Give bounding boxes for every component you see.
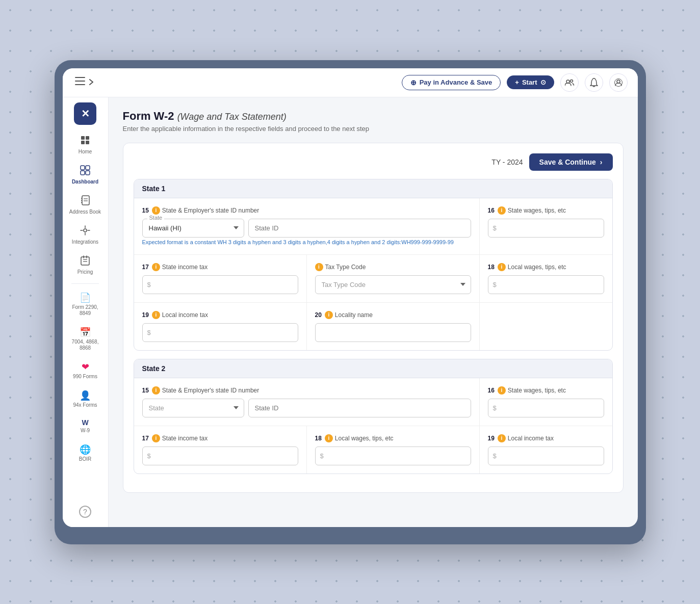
address-book-icon (81, 195, 90, 208)
field18-label-text: Local wages, tips, etc (508, 264, 566, 271)
save-continue-button[interactable]: Save & Continue › (529, 153, 613, 171)
boir-icon: 🌐 (80, 444, 91, 455)
state2-field15-info-icon[interactable]: i (152, 386, 160, 395)
field15-num: 15 (142, 207, 149, 214)
sidebar-item-boir[interactable]: 🌐 BOIR (65, 440, 105, 466)
field15-label: 15 i State & Employer's state ID number (142, 206, 471, 215)
state1-tax-type-select[interactable]: Tax Type Code (315, 275, 471, 294)
svg-rect-9 (81, 141, 85, 144)
start-button[interactable]: + Start ⊙ (507, 75, 554, 89)
svg-rect-15 (82, 196, 89, 205)
state-dropdown-label: State (147, 215, 165, 221)
svg-rect-14 (86, 171, 90, 175)
home-label: Home (79, 149, 92, 155)
sidebar-item-form990[interactable]: ❤ 990 Forms (65, 357, 105, 384)
chevron-right-icon: › (600, 158, 603, 166)
field19-info-icon[interactable]: i (152, 311, 160, 319)
state2-field16-info-icon[interactable]: i (498, 386, 506, 395)
form2290-label: Form 2290, 8849 (68, 304, 102, 317)
field20-label-text: Locality name (335, 311, 373, 319)
svg-point-21 (84, 229, 87, 232)
field18-label: 18 i Local wages, tips, etc (488, 263, 604, 271)
tax-type-info-icon[interactable]: i (315, 263, 323, 271)
svg-point-4 (570, 80, 573, 82)
state2-field18-info-icon[interactable]: i (325, 434, 333, 442)
field15-info-icon[interactable]: i (152, 206, 160, 215)
state2-section: State 2 15 i State & Employer's state ID… (134, 359, 613, 474)
state2-field17-info-icon[interactable]: i (152, 434, 160, 442)
field20-label: 20 i Locality name (315, 311, 471, 319)
state1-local-income-tax-input[interactable] (142, 323, 298, 342)
app-header: ⊕ Pay in Advance & Save + Start ⊙ (63, 68, 638, 97)
plus-circle-icon: ⊕ (410, 78, 417, 87)
field17-label-text: State income tax (162, 264, 208, 271)
field18-num: 18 (488, 264, 495, 271)
field19-label: 19 i Local income tax (142, 311, 298, 319)
state1-local-wages-input[interactable] (488, 275, 604, 294)
state1-state-income-tax-input[interactable] (142, 275, 298, 294)
sidebar-item-integrations[interactable]: Integrations (65, 221, 105, 249)
sidebar-item-dashboard[interactable]: Dashboard (65, 161, 105, 189)
notification-icon-button[interactable] (585, 73, 603, 92)
sidebar-item-help[interactable]: ? (65, 502, 105, 522)
state2-local-income-tax-input[interactable] (488, 447, 604, 465)
state2-field19-label: 19 i Local income tax (488, 434, 604, 442)
svg-point-3 (566, 80, 569, 83)
boir-label: BOIR (79, 456, 91, 462)
state2-local-wages-input[interactable] (315, 447, 471, 465)
sidebar-item-pricing[interactable]: Pricing (65, 251, 105, 279)
state1-locality-name-input[interactable] (315, 323, 471, 342)
sidebar-item-form7004[interactable]: 📅 7004, 4868, 8868 (65, 323, 105, 355)
field16-info-icon[interactable]: i (498, 206, 506, 215)
field17-label: 17 i State income tax (142, 263, 298, 271)
field18-info-icon[interactable]: i (498, 263, 506, 271)
field20-num: 20 (315, 311, 322, 319)
svg-rect-12 (86, 166, 90, 170)
state2-wages-input[interactable] (488, 399, 604, 417)
state2-state-select[interactable]: State (142, 399, 244, 417)
form94x-label: 94x Forms (73, 402, 97, 408)
state2-field18-num: 18 (315, 435, 322, 442)
sidebar-item-home[interactable]: Home (65, 131, 105, 159)
sidebar-item-address-book[interactable]: Address Book (65, 191, 105, 219)
field20-info-icon[interactable]: i (325, 311, 333, 319)
state2-field19-num: 19 (488, 435, 495, 442)
state2-field17-num: 17 (142, 435, 149, 442)
state2-field17-label: 17 i State income tax (142, 434, 298, 442)
state1-state-select[interactable]: Hawaii (HI) (142, 219, 244, 238)
state1-state-id-input[interactable] (248, 219, 471, 238)
field17-num: 17 (142, 264, 149, 271)
form990-icon: ❤ (82, 361, 89, 373)
outer-card: ⊕ Pay in Advance & Save + Start ⊙ (55, 60, 646, 544)
page-description: Enter the applicable information in the … (123, 125, 624, 133)
sidebar-item-form94x[interactable]: 👤 94x Forms (65, 386, 105, 412)
start-plus-icon: + (515, 78, 519, 86)
form-card-header: TY - 2024 Save & Continue › (134, 153, 613, 171)
field17-info-icon[interactable]: i (152, 263, 160, 271)
sidebar-item-form2290[interactable]: 📄 Form 2290, 8849 (65, 288, 105, 321)
pay-advance-button[interactable]: ⊕ Pay in Advance & Save (402, 75, 501, 90)
state1-format-hint: Expected format is a constant WH 3 digit… (142, 239, 471, 246)
state2-field19-info-icon[interactable]: i (498, 434, 506, 442)
address-book-label: Address Book (69, 209, 101, 215)
field16-label-text: State wages, tips, etc (508, 207, 566, 214)
team-icon-button[interactable] (560, 73, 579, 92)
menu-icon[interactable] (73, 75, 95, 90)
sidebar-item-formw9[interactable]: W W-9 (65, 414, 105, 438)
field19-num: 19 (142, 311, 149, 319)
state2-state-id-input[interactable] (248, 399, 471, 417)
form2290-icon: 📄 (80, 292, 91, 303)
state2-state-income-tax-input[interactable] (142, 447, 298, 465)
integrations-label: Integrations (72, 239, 98, 245)
state2-field15-num: 15 (142, 387, 149, 394)
app-logo[interactable]: ✕ (74, 102, 96, 125)
state2-field15-label-text: State & Employer's state ID number (162, 387, 259, 394)
form-card: TY - 2024 Save & Continue › State 1 (123, 143, 624, 493)
main-content: Form W-2 (Wage and Tax Statement) Enter … (109, 97, 638, 527)
state1-wages-input[interactable] (488, 219, 604, 238)
svg-point-6 (617, 80, 620, 83)
user-avatar-button[interactable] (609, 73, 628, 92)
pricing-label: Pricing (77, 269, 93, 275)
state2-field18-label: 18 i Local wages, tips, etc (315, 434, 471, 442)
svg-rect-2 (75, 84, 85, 85)
